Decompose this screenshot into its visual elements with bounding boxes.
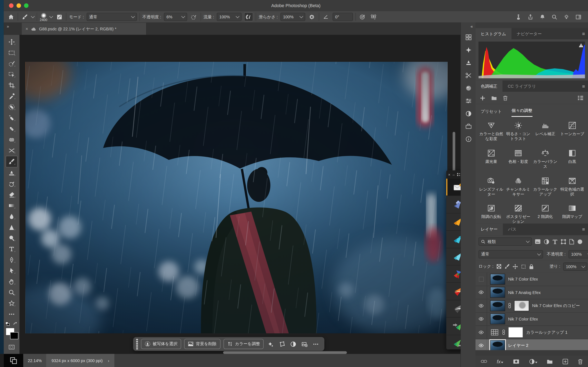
nik-item-cyan-flag[interactable] <box>446 231 461 248</box>
status-chevron-icon[interactable]: › <box>108 358 109 363</box>
adjust-color-button[interactable]: カラーを調整 <box>223 339 264 349</box>
foreground-background-swatches[interactable] <box>5 328 18 341</box>
vertical-scrollbar[interactable] <box>453 132 455 172</box>
brush-preset-chevron-icon[interactable] <box>31 15 35 18</box>
link-layers-icon[interactable] <box>481 359 487 364</box>
toggle-brush-settings-icon[interactable] <box>55 13 63 21</box>
nik-item-green-flag-arrow-out[interactable] <box>446 335 461 350</box>
add-mask-icon[interactable] <box>513 359 519 364</box>
airbrush-toggle-icon[interactable] <box>244 12 253 21</box>
adj-hue-saturation[interactable]: 色相・彩度 <box>505 148 532 172</box>
lock-pixels-brush-icon[interactable] <box>504 264 510 269</box>
expand-panels-chevrons[interactable]: « <box>471 22 476 31</box>
horizontal-scrollbar[interactable] <box>223 351 347 354</box>
brush-size-picker[interactable]: 2400 <box>40 13 47 22</box>
selection-brush-tool[interactable] <box>6 58 17 69</box>
content-aware-move-tool[interactable] <box>6 145 17 156</box>
pressure-size-icon[interactable] <box>359 13 367 21</box>
adj-brightness-contrast[interactable]: 明るさ・コントラスト <box>505 120 532 144</box>
share-icon[interactable] <box>527 14 533 20</box>
type-tool[interactable] <box>6 243 17 254</box>
document-tab[interactable]: × G88.psdc @ 22.1% (レイヤー 2, RGB/8) * <box>22 23 147 35</box>
visibility-toggle[interactable] <box>476 326 487 339</box>
layer-thumbnail[interactable] <box>490 314 505 324</box>
edit-toolbar-ellipsis-icon[interactable] <box>6 309 17 319</box>
dock-sparkle-icon[interactable] <box>463 43 474 56</box>
adj-curves[interactable]: トーンカーブ <box>559 120 586 144</box>
nik-minimize-icon[interactable]: – <box>453 173 455 176</box>
layer-thumbnail[interactable] <box>490 300 505 311</box>
brush-preset-icon[interactable] <box>21 13 29 21</box>
generative-sparkle-icon[interactable] <box>267 341 275 347</box>
mask-link-icon[interactable] <box>502 330 505 335</box>
tab-paths[interactable]: パス <box>503 224 522 235</box>
nik-item-orange-flag[interactable] <box>446 213 461 231</box>
dock-info-icon[interactable] <box>463 133 474 145</box>
smoothing-select[interactable]: 100% <box>281 13 305 21</box>
blend-mode-select[interactable]: 通常 <box>86 13 137 21</box>
gradient-tool[interactable] <box>6 200 17 211</box>
nik-item-analog-efex[interactable] <box>446 283 461 300</box>
layer-opacity-select[interactable]: 100% <box>569 250 588 258</box>
filter-type-icon[interactable] <box>553 239 558 244</box>
layer-row-layer2-selected[interactable]: レイヤー 2 <box>476 339 588 350</box>
nik-item-green-flag-arrow-in[interactable] <box>446 318 461 335</box>
add-adjustment-icon[interactable] <box>480 95 485 100</box>
more-options-ellipsis-icon[interactable] <box>312 341 320 347</box>
brush-angle-field[interactable]: 0° <box>333 13 353 21</box>
new-adjustment-layer-icon[interactable] <box>529 359 537 364</box>
home-icon[interactable] <box>7 13 15 21</box>
brush-size-chevron-icon[interactable] <box>49 15 53 18</box>
subtab-individual[interactable]: 個々の調整 <box>512 108 532 117</box>
screen-mode-icon[interactable] <box>9 356 17 365</box>
tab-layers[interactable]: レイヤー <box>476 224 503 235</box>
flow-select[interactable]: 100% <box>217 13 241 21</box>
adjustments-menu-icon[interactable]: ≡ <box>582 81 588 92</box>
dock-sphere-icon[interactable] <box>463 82 474 94</box>
object-selection-tool[interactable] <box>6 69 17 80</box>
document-size-status[interactable]: 9324 px x 6000 px (300 ppi) › <box>46 354 114 367</box>
brush-tool[interactable] <box>6 156 18 167</box>
layer-row-nik7-analog-efex[interactable]: Nik 7 Analog Efex <box>476 286 588 299</box>
blur-tool[interactable] <box>6 211 17 222</box>
adj-color-lookup[interactable]: カラールックアップ <box>532 176 559 200</box>
nik-item-dfine[interactable] <box>446 196 461 213</box>
notifications-bell-icon[interactable] <box>540 14 545 20</box>
visibility-off-checkbox[interactable] <box>479 277 484 282</box>
spot-healing-brush-tool[interactable] <box>6 112 17 123</box>
discover-lightbulb-icon[interactable] <box>564 14 570 20</box>
layer-mask-thumbnail[interactable] <box>508 327 523 338</box>
nik-settings-icon[interactable] <box>457 173 461 176</box>
layers-menu-icon[interactable]: ≡ <box>582 224 588 235</box>
lock-artboard-icon[interactable] <box>521 264 526 269</box>
dock-briefcase-icon[interactable] <box>463 120 474 133</box>
filter-adjustment-icon[interactable] <box>544 239 549 244</box>
nik-item-mail[interactable] <box>446 179 461 196</box>
clone-stamp-tool[interactable] <box>6 167 17 178</box>
search-icon[interactable] <box>552 14 557 20</box>
layer-thumbnail[interactable] <box>490 340 505 350</box>
adj-exposure[interactable]: 露光量 <box>478 148 505 172</box>
healing-brush-tool[interactable] <box>6 123 17 134</box>
new-group-icon[interactable] <box>547 359 553 364</box>
layer-blend-mode-select[interactable]: 通常 <box>479 250 543 258</box>
default-colors-icon[interactable] <box>5 322 10 327</box>
dock-contrast-circle-icon[interactable] <box>463 107 474 120</box>
opacity-select[interactable]: 6% <box>164 13 187 21</box>
adj-photo-filter[interactable]: レンズフィルター <box>478 176 505 200</box>
transform-warp-icon[interactable] <box>278 341 286 347</box>
tab-cc-libraries[interactable]: CC ライブラリ <box>502 81 541 92</box>
visibility-toggle[interactable] <box>476 299 487 312</box>
filter-smart-object-icon[interactable] <box>569 239 574 244</box>
filter-fill-icon[interactable] <box>577 239 583 244</box>
nik-item-light-cyan-flag[interactable] <box>446 248 461 266</box>
histogram-refresh-warning-icon[interactable] <box>579 43 584 48</box>
delete-trash-icon[interactable] <box>503 95 508 100</box>
path-selection-tool[interactable] <box>6 265 17 276</box>
visibility-toggle[interactable] <box>476 339 487 350</box>
taskbar-drag-handle[interactable] <box>136 339 138 349</box>
hand-tool[interactable] <box>6 276 17 287</box>
adj-levels[interactable]: レベル補正 <box>532 120 559 144</box>
layer-row-nik7-color-efex[interactable]: Nik 7 Color Efex <box>476 313 588 326</box>
lock-all-icon[interactable] <box>529 264 534 269</box>
